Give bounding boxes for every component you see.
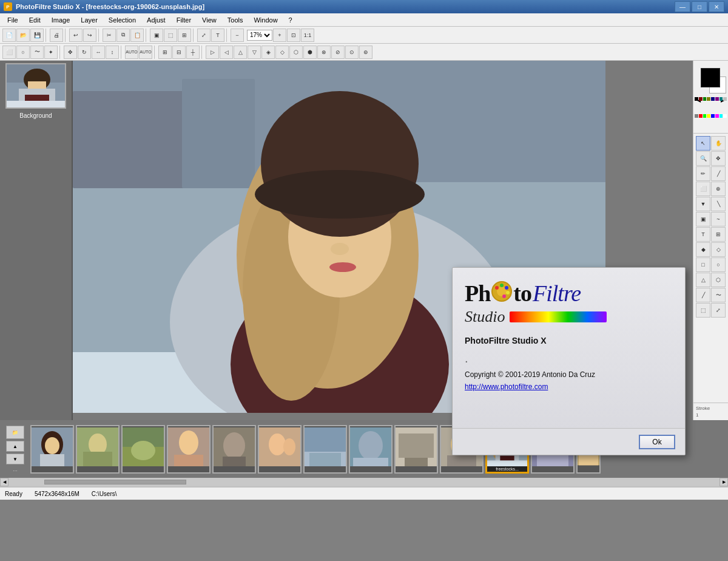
filmstrip-thumb-6[interactable] — [258, 425, 302, 474]
print-button[interactable]: 🖨 — [50, 29, 63, 42]
palette-black[interactable] — [695, 97, 698, 101]
menu-window[interactable]: Window — [249, 15, 282, 25]
scroll-left-arrow[interactable]: ◀ — [0, 478, 8, 486]
palette-navy[interactable] — [711, 97, 715, 101]
palette-purple[interactable] — [715, 97, 719, 101]
auto2-button[interactable]: AUTO — [139, 46, 152, 59]
zoom-select[interactable]: 17%25%50%100%200% — [247, 30, 272, 41]
blur-tool[interactable]: ◇ — [711, 242, 726, 257]
menu-view[interactable]: View — [197, 15, 221, 25]
redo-button[interactable]: ↪ — [83, 29, 96, 42]
plugin7-button[interactable]: ⬡ — [289, 46, 303, 59]
menu-selection[interactable]: Selection — [104, 15, 141, 25]
line-tool[interactable]: ╱ — [696, 288, 710, 302]
flip-v-button[interactable]: ↕ — [106, 46, 119, 59]
zoom-out-button[interactable]: − — [231, 29, 244, 42]
scroll-track[interactable] — [8, 480, 720, 484]
save-button[interactable]: 💾 — [30, 29, 44, 42]
maximize-button[interactable]: □ — [692, 1, 707, 12]
copy-button[interactable]: ⧉ — [116, 29, 130, 42]
plugin3-button[interactable]: △ — [234, 46, 247, 59]
filmstrip-thumb-3[interactable] — [121, 425, 165, 474]
eyedropper-tool[interactable]: ╲ — [711, 197, 726, 211]
polygon-shape-tool[interactable]: ⬡ — [711, 273, 726, 287]
invert-sel-button[interactable]: ⊞ — [178, 29, 191, 42]
select-lasso-button[interactable]: 〜 — [30, 46, 44, 59]
filmstrip-thumb-2[interactable] — [76, 425, 120, 474]
selection-tool[interactable]: ⬚ — [696, 303, 710, 318]
layer-thumbnail[interactable] — [5, 63, 66, 109]
palette-red[interactable] — [699, 114, 703, 118]
plugin9-button[interactable]: ⊗ — [317, 46, 331, 59]
magic-wand-button[interactable]: ✦ — [44, 46, 58, 59]
plugin8-button[interactable]: ⬢ — [303, 46, 317, 59]
menu-file[interactable]: File — [2, 15, 23, 25]
palette-gray[interactable] — [695, 114, 698, 118]
palette-blue[interactable] — [711, 114, 715, 118]
palette-green[interactable] — [703, 97, 707, 101]
plugin11-button[interactable]: ⊙ — [345, 46, 359, 59]
filmstrip-thumb-1[interactable] — [30, 425, 74, 474]
move-tool[interactable]: ✥ — [711, 151, 726, 166]
filmstrip-thumb-4[interactable] — [167, 425, 211, 474]
undo-button[interactable]: ↩ — [69, 29, 83, 42]
smudge-tool[interactable]: ~ — [711, 212, 726, 226]
filmstrip-prev-button[interactable]: ▲ — [6, 441, 24, 452]
pencil-tool[interactable]: ✏ — [696, 166, 710, 181]
triangle-shape-tool[interactable]: △ — [696, 273, 710, 287]
ellipse-shape-tool[interactable]: ○ — [711, 257, 726, 272]
auto-crop-button[interactable]: AUTO — [125, 46, 138, 59]
plugin10-button[interactable]: ⊘ — [331, 46, 345, 59]
hand-tool[interactable]: ✋ — [711, 136, 726, 151]
zoom-in-button[interactable]: + — [273, 29, 286, 42]
deselect-button[interactable]: ⬚ — [164, 29, 177, 42]
window-controls[interactable]: — □ ✕ — [675, 1, 724, 12]
rect-shape-tool[interactable]: □ — [696, 257, 710, 272]
palette-silver[interactable] — [723, 97, 727, 101]
zoom-100-button[interactable]: 1:1 — [301, 29, 314, 42]
freehand-tool[interactable]: 〜 — [711, 288, 726, 302]
open-button[interactable]: 📂 — [16, 29, 30, 42]
palette-teal[interactable] — [720, 97, 723, 101]
dialog-website[interactable]: http://www.photofiltre.com — [465, 382, 673, 391]
select-ellipse-button[interactable]: ○ — [16, 46, 30, 59]
ruler-button[interactable]: ⊟ — [172, 46, 186, 59]
filmstrip-thumb-8[interactable] — [349, 425, 393, 474]
menu-edit[interactable]: Edit — [24, 15, 46, 25]
fill-tool[interactable]: ▼ — [696, 197, 710, 211]
new-button[interactable]: 📄 — [2, 29, 16, 42]
cut-button[interactable]: ✂ — [103, 29, 116, 42]
grid-button[interactable]: ⊞ — [158, 46, 172, 59]
filmstrip-thumb-7[interactable] — [303, 425, 347, 474]
text-button[interactable]: T — [211, 29, 224, 42]
select-rect-button[interactable]: ⬜ — [2, 46, 16, 59]
plugin4-button[interactable]: ▽ — [248, 46, 261, 59]
magnify-tool[interactable]: 🔍 — [696, 151, 710, 166]
palette-white[interactable] — [723, 114, 727, 118]
paste-button[interactable]: 📋 — [130, 29, 144, 42]
palette-olive[interactable] — [707, 97, 710, 101]
minimize-button[interactable]: — — [675, 1, 690, 12]
scroll-thumb[interactable] — [44, 480, 186, 484]
palette-yellow[interactable] — [707, 114, 710, 118]
scroll-right-arrow[interactable]: ▶ — [720, 478, 728, 486]
plugin2-button[interactable]: ◁ — [220, 46, 233, 59]
transform-button[interactable]: ⤢ — [197, 29, 211, 42]
sharpen-tool[interactable]: ◆ — [696, 242, 710, 257]
menu-help[interactable]: ? — [284, 15, 297, 25]
plugin6-button[interactable]: ◇ — [275, 46, 289, 59]
eraser-tool[interactable]: ⬜ — [696, 182, 710, 196]
filmstrip-thumb-5[interactable] — [212, 425, 256, 474]
palette-aqua[interactable] — [720, 114, 723, 118]
close-button[interactable]: ✕ — [709, 1, 724, 12]
filmstrip-next-button[interactable]: ▼ — [6, 454, 24, 464]
foreground-color-swatch[interactable] — [701, 68, 720, 87]
select-all-button[interactable]: ▣ — [150, 29, 163, 42]
transform-tool[interactable]: ⤢ — [711, 303, 726, 318]
about-dialog[interactable]: Ph to Filtre Studio — [452, 267, 686, 455]
filmstrip-thumb-9[interactable] — [394, 425, 438, 474]
plugin1-button[interactable]: ▷ — [206, 46, 219, 59]
guides-button[interactable]: ┼ — [186, 46, 200, 59]
palette-darkred[interactable] — [699, 97, 703, 101]
brush-tool[interactable]: ╱ — [711, 166, 726, 181]
